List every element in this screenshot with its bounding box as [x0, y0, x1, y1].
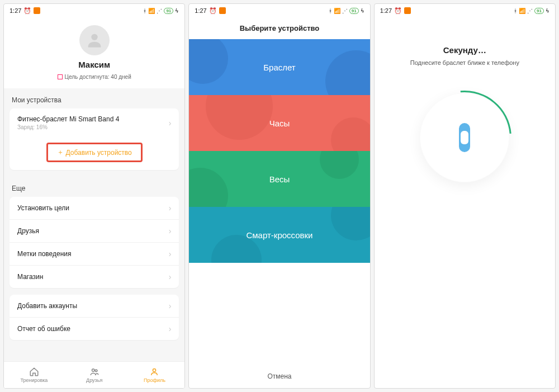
friends-icon [89, 367, 100, 377]
row-bug[interactable]: Отчет об ошибке› [10, 317, 179, 340]
svg-point-0 [91, 34, 97, 40]
charge-icon: ϟ [175, 8, 179, 14]
svg-point-2 [95, 370, 97, 372]
notification-icon [219, 7, 226, 14]
profile-header: Максим Цель достигнута: 40 дней [4, 17, 184, 88]
band-icon [459, 123, 470, 152]
tab-workout[interactable]: Тренировка [4, 362, 64, 388]
status-bar: 1:27 ⏰ ᚼ 📶 ⋰ 91 ϟ [189, 4, 369, 17]
chevron-right-icon: › [169, 226, 172, 235]
bottom-nav: Тренировка Друзья Профиль [4, 361, 184, 388]
tile-sneakers[interactable]: Смарт-кроссовки [189, 207, 369, 263]
row-goals[interactable]: Установить цели› [10, 197, 179, 219]
screen-profile: 1:27 ⏰ ᚼ 📶 ⋰ 91 ϟ Максим Цель достиг [3, 3, 185, 389]
tile-watch[interactable]: Часы [189, 95, 369, 151]
cancel-button[interactable]: Отмена [189, 365, 369, 388]
signal-icon: 📶 [334, 8, 340, 14]
tab-friends[interactable]: Друзья [64, 362, 125, 388]
wifi-icon: ⋰ [527, 8, 533, 14]
svg-point-1 [92, 369, 94, 372]
goal-text: Цель достигнута: 40 дней [58, 74, 131, 80]
wifi-icon: ⋰ [157, 8, 162, 14]
add-device-button[interactable]: ＋ Добавить устройство [10, 137, 179, 170]
bluetooth-icon: ᚼ [514, 8, 517, 14]
status-bar: 1:27 ⏰ ᚼ 📶 ⋰ 91 ϟ [375, 4, 555, 17]
status-time: 1:27 [195, 7, 206, 14]
status-time: 1:27 [380, 7, 392, 14]
alarm-icon: ⏰ [23, 7, 31, 15]
tile-bracelet[interactable]: Браслет [189, 39, 369, 95]
row-store[interactable]: Магазин› [10, 265, 179, 288]
screen-select-device: 1:27 ⏰ ᚼ 📶 ⋰ 91 ϟ Выберите устройство Бр… [188, 3, 370, 389]
charge-icon: ϟ [361, 8, 364, 14]
screen-searching: 1:27 ⏰ ᚼ 📶 ⋰ 91 ϟ Секунду… Поднесите бра… [374, 3, 556, 389]
searching-subtitle: Поднесите браслет ближе к телефону [410, 59, 519, 66]
chevron-right-icon: › [169, 301, 172, 310]
section-devices-title: Мои устройства [4, 88, 184, 108]
row-tags[interactable]: Метки поведения› [10, 242, 179, 265]
chevron-right-icon: › [169, 204, 172, 212]
device-row[interactable]: Фитнес-браслет Mi Smart Band 4 Заряд: 16… [10, 108, 179, 137]
chevron-right-icon: › [169, 272, 172, 281]
bluetooth-icon: ᚼ [329, 8, 332, 14]
row-add-accounts[interactable]: Добавить аккаунты› [10, 295, 179, 317]
tab-profile[interactable]: Профиль [125, 362, 185, 388]
chevron-right-icon: › [169, 249, 172, 258]
signal-icon: 📶 [519, 8, 525, 14]
signal-icon: 📶 [148, 8, 155, 14]
row-friends[interactable]: Друзья› [10, 219, 179, 242]
status-bar: 1:27 ⏰ ᚼ 📶 ⋰ 91 ϟ [4, 4, 184, 17]
search-spinner [420, 93, 509, 182]
battery-icon: 91 [534, 8, 544, 14]
svg-point-3 [153, 369, 156, 371]
battery-icon: 91 [349, 8, 359, 14]
tile-scale[interactable]: Весы [189, 151, 369, 207]
battery-icon: 91 [164, 8, 173, 14]
plus-icon: ＋ [57, 148, 64, 157]
person-icon [85, 31, 104, 50]
profile-icon [149, 367, 159, 377]
charge-icon: ϟ [546, 8, 549, 14]
searching-title: Секунду… [443, 45, 486, 55]
device-charge: Заряд: 16% [17, 124, 119, 130]
home-icon [29, 367, 39, 377]
notification-icon [34, 7, 40, 14]
avatar[interactable] [79, 25, 110, 55]
chevron-right-icon: › [169, 119, 172, 127]
device-name: Фитнес-браслет Mi Smart Band 4 [17, 115, 119, 123]
chevron-right-icon: › [169, 324, 172, 333]
bluetooth-icon: ᚼ [143, 8, 146, 14]
username: Максим [4, 60, 184, 69]
alarm-icon: ⏰ [394, 7, 402, 15]
page-title: Выберите устройство [189, 17, 369, 39]
section-more-title: Еще [4, 177, 184, 197]
goal-icon [58, 74, 63, 79]
notification-icon [404, 7, 411, 14]
wifi-icon: ⋰ [342, 8, 348, 14]
alarm-icon: ⏰ [209, 7, 217, 15]
status-time: 1:27 [10, 7, 21, 14]
